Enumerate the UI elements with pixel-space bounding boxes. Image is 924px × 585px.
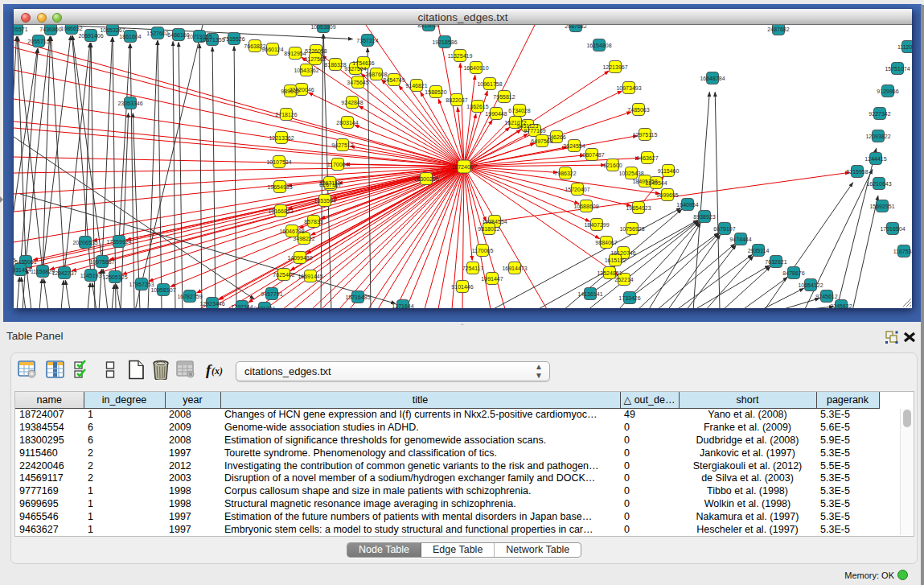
svg-text:12942737: 12942737 (51, 270, 76, 276)
svg-text:16914473: 16914473 (502, 266, 527, 271)
svg-text:9457791: 9457791 (261, 291, 282, 297)
svg-text:621600: 621600 (603, 163, 622, 168)
svg-text:18407299: 18407299 (584, 222, 609, 228)
svg-text:14136141: 14136141 (577, 291, 602, 297)
svg-text:9884067: 9884067 (595, 240, 617, 245)
svg-text:1615112: 1615112 (605, 257, 626, 263)
svg-text:9699695: 9699695 (656, 192, 678, 198)
svg-text:(x): (x) (211, 365, 223, 377)
svg-text:9101446: 9101446 (451, 284, 473, 290)
svg-text:9463627: 9463627 (636, 155, 658, 161)
svg-text:252214: 252214 (614, 277, 633, 282)
svg-text:10975887: 10975887 (89, 259, 114, 265)
svg-text:1086632: 1086632 (60, 26, 82, 31)
svg-text:1167534: 1167534 (893, 249, 912, 254)
svg-text:10961758: 10961758 (477, 81, 502, 87)
svg-text:5435061: 5435061 (14, 259, 36, 265)
svg-text:7632621: 7632621 (765, 259, 786, 265)
svg-text:10671355: 10671355 (199, 37, 224, 43)
svg-text:19654985: 19654985 (267, 184, 292, 190)
svg-text:19218586: 19218586 (432, 39, 457, 45)
svg-text:12213362: 12213362 (269, 135, 294, 141)
svg-text:20206535: 20206535 (72, 240, 97, 245)
svg-text:9327504: 9327504 (344, 66, 366, 72)
svg-text:8912954: 8912954 (284, 51, 306, 56)
svg-text:10807487: 10807487 (579, 152, 604, 158)
svg-text:8822037: 8822037 (446, 97, 467, 103)
svg-text:10654122: 10654122 (798, 282, 823, 288)
svg-text:1754636: 1754636 (352, 60, 374, 66)
svg-text:13524851: 13524851 (597, 270, 622, 276)
svg-text:10688609: 10688609 (573, 204, 598, 209)
svg-text:1362615: 1362615 (466, 104, 488, 109)
svg-text:9427512: 9427512 (331, 142, 353, 148)
svg-text:1371644: 1371644 (392, 303, 413, 309)
svg-text:857833: 857833 (304, 219, 322, 225)
svg-text:11325419: 11325419 (448, 53, 473, 59)
svg-text:8813054: 8813054 (417, 25, 439, 28)
svg-text:9318012: 9318012 (478, 226, 499, 232)
svg-text:1170064: 1170064 (327, 162, 349, 167)
svg-text:3475645: 3475645 (347, 80, 368, 85)
svg-text:9245632: 9245632 (830, 303, 852, 309)
svg-text:3498222: 3498222 (293, 236, 314, 241)
svg-text:1990448: 1990448 (485, 111, 507, 117)
svg-text:1353594: 1353594 (314, 198, 335, 204)
svg-text:16120746: 16120746 (610, 250, 635, 256)
svg-text:9245612: 9245612 (815, 294, 837, 299)
svg-text:7625402: 7625402 (273, 272, 294, 278)
svg-text:15720407: 15720407 (565, 187, 589, 192)
svg-text:17016504: 17016504 (880, 226, 905, 232)
svg-text:989612: 989612 (281, 89, 299, 94)
svg-text:15751074: 15751074 (885, 66, 910, 72)
svg-text:8454749: 8454749 (383, 77, 405, 83)
svg-text:16691445: 16691445 (298, 274, 322, 279)
svg-text:6734028: 6734028 (508, 108, 530, 113)
svg-text:16154808: 16154808 (586, 43, 611, 48)
svg-text:2935114: 2935114 (748, 248, 770, 253)
svg-text:12923446: 12923446 (199, 301, 224, 307)
svg-text:2718126: 2718126 (275, 112, 297, 117)
svg-text:19166822: 19166822 (268, 208, 293, 214)
svg-text:12213967: 12213967 (602, 64, 627, 70)
svg-text:9115460: 9115460 (658, 168, 680, 174)
svg-text:12975115: 12975115 (633, 132, 658, 138)
svg-text:8478676: 8478676 (782, 270, 804, 276)
svg-text:1244415: 1244415 (864, 156, 886, 162)
svg-text:1588520: 1588520 (425, 89, 446, 95)
svg-text:9242848: 9242848 (341, 100, 363, 105)
svg-text:12505125: 12505125 (102, 274, 127, 280)
svg-text:1527602: 1527602 (146, 31, 168, 36)
svg-text:6679197: 6679197 (713, 226, 735, 232)
svg-text:9227342: 9227342 (869, 111, 890, 117)
svg-text:9660124: 9660124 (261, 47, 283, 52)
svg-text:16648784: 16648784 (700, 76, 725, 81)
svg-text:7485063: 7485063 (627, 107, 649, 113)
svg-text:16640910: 16640910 (463, 65, 488, 71)
svg-text:15692951: 15692951 (869, 204, 894, 209)
svg-text:2687682: 2687682 (565, 25, 586, 29)
svg-text:2687608: 2687608 (365, 72, 387, 77)
svg-text:8215958: 8215958 (846, 169, 868, 175)
svg-text:9401221: 9401221 (253, 306, 275, 309)
svg-text:3931454: 3931454 (14, 267, 31, 273)
svg-text:17957253: 17957253 (129, 282, 154, 287)
svg-text:3624554: 3624554 (563, 143, 585, 149)
svg-text:9474444: 9474444 (729, 237, 751, 242)
svg-text:3267110: 3267110 (319, 180, 341, 186)
svg-text:17359924: 17359924 (106, 239, 131, 245)
svg-text:10107534: 10107534 (266, 159, 291, 165)
svg-text:1733426: 1733426 (618, 295, 640, 301)
svg-text:2055715: 2055715 (27, 39, 49, 44)
svg-text:1145193: 1145193 (80, 273, 102, 278)
svg-text:10025438: 10025438 (618, 171, 643, 176)
svg-text:10543362: 10543362 (294, 68, 318, 73)
svg-text:1292344: 1292344 (231, 304, 253, 309)
svg-text:10653267: 10653267 (100, 27, 125, 33)
svg-text:1170065: 1170065 (472, 248, 494, 253)
svg-text:19654923: 19654923 (626, 205, 651, 211)
svg-text:15716485: 15716485 (345, 295, 370, 300)
svg-text:7955812: 7955812 (493, 94, 515, 100)
svg-text:1640954: 1640954 (676, 202, 698, 208)
svg-text:9777169: 9777169 (524, 128, 545, 134)
